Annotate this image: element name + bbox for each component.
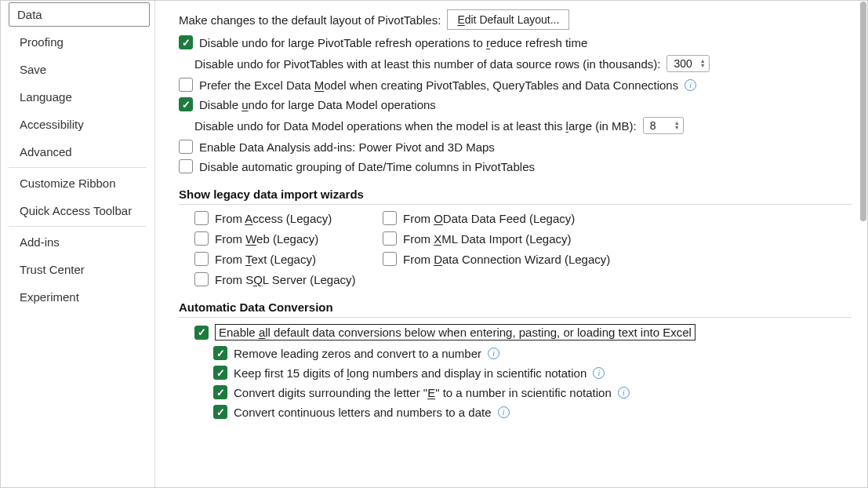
- legacy-sql-checkbox[interactable]: [194, 272, 209, 286]
- prefer-data-model-label: Prefer the Excel Data Model when creatin…: [199, 78, 678, 92]
- auto-letter-e-row: Convert digits surrounding the letter "E…: [213, 385, 852, 399]
- sidebar-item-trust-center[interactable]: Trust Center: [9, 256, 154, 283]
- disable-undo-rows-spinner[interactable]: 300 ▲▼: [666, 55, 709, 72]
- section-auto-conversion-title: Automatic Data Conversion: [179, 300, 852, 314]
- section-divider: [179, 317, 852, 318]
- disable-undo-dm-size-spinner[interactable]: 8 ▲▼: [643, 117, 684, 134]
- legacy-odata-row: From OData Data Feed (Legacy): [383, 211, 634, 225]
- auto-letter-e-checkbox[interactable]: [213, 385, 227, 399]
- prefer-data-model-checkbox[interactable]: [179, 78, 193, 92]
- auto-letters-date-checkbox[interactable]: [213, 405, 227, 419]
- legacy-text-label: From Text (Legacy): [215, 253, 316, 266]
- disable-undo-dm-size-row: Disable undo for Data Model operations w…: [194, 117, 852, 134]
- sidebar-separator: [9, 167, 147, 168]
- disable-undo-dm-checkbox[interactable]: [179, 97, 193, 111]
- auto-leading-zeros-checkbox[interactable]: [213, 346, 227, 360]
- disable-grouping-label: Disable automatic grouping of Date/Time …: [199, 160, 535, 173]
- auto-letters-date-row: Convert continuous letters and numbers t…: [213, 405, 852, 419]
- sidebar: Data Proofing Save Language Accessibilit…: [1, 1, 155, 487]
- disable-undo-pivot-checkbox[interactable]: [179, 35, 193, 49]
- enable-addins-checkbox[interactable]: [179, 140, 193, 154]
- disable-grouping-row: Disable automatic grouping of Date/Time …: [179, 159, 852, 173]
- auto-long-numbers-checkbox[interactable]: [213, 366, 227, 380]
- legacy-web-row: From Web (Legacy): [194, 231, 383, 246]
- legacy-text-row: From Text (Legacy): [194, 252, 383, 266]
- enable-addins-label: Enable Data Analysis add-ins: Power Pivo…: [199, 140, 495, 154]
- sidebar-item-accessibility[interactable]: Accessibility: [9, 111, 154, 138]
- options-panel-data: Make changes to the default layout of Pi…: [155, 1, 867, 487]
- vertical-scrollbar[interactable]: [859, 2, 866, 486]
- auto-letter-e-label: Convert digits surrounding the letter "E…: [234, 386, 612, 399]
- info-icon[interactable]: i: [488, 348, 499, 359]
- auto-leading-zeros-label: Remove leading zeros and convert to a nu…: [234, 347, 481, 360]
- legacy-web-checkbox[interactable]: [194, 231, 209, 246]
- sidebar-item-experiment[interactable]: Experiment: [9, 283, 154, 311]
- sidebar-item-proofing[interactable]: Proofing: [9, 28, 154, 56]
- legacy-text-checkbox[interactable]: [194, 252, 209, 266]
- info-icon[interactable]: i: [593, 367, 605, 379]
- auto-letters-date-label: Convert continuous letters and numbers t…: [234, 406, 492, 419]
- legacy-access-row: From Access (Legacy): [194, 211, 383, 225]
- options-dialog: Data Proofing Save Language Accessibilit…: [0, 0, 868, 488]
- section-divider: [179, 204, 852, 205]
- spinner-arrows-icon[interactable]: ▲▼: [700, 59, 706, 68]
- legacy-odata-label: From OData Data Feed (Legacy): [403, 212, 575, 225]
- disable-undo-dm-label: Disable undo for large Data Model operat…: [199, 98, 436, 111]
- disable-undo-rows-value: 300: [674, 57, 692, 70]
- sidebar-item-add-ins[interactable]: Add-ins: [9, 228, 154, 256]
- auto-enable-all-label: Enable all default data conversions belo…: [215, 324, 695, 341]
- legacy-sql-row: From SQL Server (Legacy): [194, 272, 383, 286]
- disable-undo-pivot-label: Disable undo for large PivotTable refres…: [199, 36, 587, 49]
- auto-long-numbers-label: Keep first 15 digits of long numbers and…: [234, 366, 587, 380]
- legacy-sql-label: From SQL Server (Legacy): [215, 273, 356, 286]
- sidebar-item-customize-ribbon[interactable]: Customize Ribbon: [9, 169, 154, 197]
- legacy-wizards-grid: From Access (Legacy) From OData Data Fee…: [194, 211, 852, 286]
- disable-undo-pivot-row: Disable undo for large PivotTable refres…: [179, 35, 852, 49]
- legacy-dcw-checkbox[interactable]: [383, 252, 397, 266]
- legacy-access-label: From Access (Legacy): [215, 212, 332, 225]
- auto-leading-zeros-row: Remove leading zeros and convert to a nu…: [213, 346, 852, 360]
- info-icon[interactable]: i: [685, 79, 696, 91]
- prefer-data-model-row: Prefer the Excel Data Model when creatin…: [179, 78, 852, 92]
- disable-undo-dm-size-value: 8: [650, 119, 656, 132]
- sidebar-separator: [9, 226, 147, 227]
- legacy-dcw-label: From Data Connection Wizard (Legacy): [403, 253, 610, 266]
- pivot-layout-label: Make changes to the default layout of Pi…: [179, 13, 441, 27]
- sidebar-item-data[interactable]: Data: [9, 2, 150, 27]
- disable-undo-dm-row: Disable undo for large Data Model operat…: [179, 97, 852, 111]
- disable-undo-rows-label: Disable undo for PivotTables with at lea…: [194, 57, 660, 71]
- sidebar-item-advanced[interactable]: Advanced: [9, 138, 154, 166]
- info-icon[interactable]: i: [618, 387, 630, 399]
- legacy-dcw-row: From Data Connection Wizard (Legacy): [383, 252, 634, 266]
- legacy-odata-checkbox[interactable]: [383, 211, 397, 225]
- edit-default-layout-button[interactable]: Edit Default Layout...: [447, 9, 569, 30]
- auto-enable-all-checkbox[interactable]: [194, 326, 209, 340]
- legacy-xml-row: From XML Data Import (Legacy): [383, 231, 634, 246]
- pivot-layout-row: Make changes to the default layout of Pi…: [179, 9, 852, 30]
- sidebar-item-quick-access-toolbar[interactable]: Quick Access Toolbar: [9, 197, 154, 224]
- legacy-web-label: From Web (Legacy): [215, 232, 318, 246]
- disable-grouping-checkbox[interactable]: [179, 159, 193, 173]
- disable-undo-rows-row: Disable undo for PivotTables with at lea…: [194, 55, 852, 72]
- spinner-arrows-icon[interactable]: ▲▼: [674, 121, 680, 130]
- legacy-access-checkbox[interactable]: [194, 211, 209, 225]
- enable-addins-row: Enable Data Analysis add-ins: Power Pivo…: [179, 140, 852, 154]
- auto-long-numbers-row: Keep first 15 digits of long numbers and…: [213, 366, 852, 380]
- scrollbar-thumb[interactable]: [860, 2, 866, 221]
- info-icon[interactable]: i: [498, 406, 510, 418]
- auto-enable-all-row: Enable all default data conversions belo…: [194, 324, 852, 341]
- legacy-xml-label: From XML Data Import (Legacy): [403, 232, 572, 246]
- sidebar-item-save[interactable]: Save: [9, 56, 154, 83]
- disable-undo-dm-size-label: Disable undo for Data Model operations w…: [194, 119, 637, 133]
- section-legacy-wizards-title: Show legacy data import wizards: [179, 188, 852, 201]
- sidebar-item-language[interactable]: Language: [9, 83, 154, 111]
- legacy-xml-checkbox[interactable]: [383, 231, 397, 246]
